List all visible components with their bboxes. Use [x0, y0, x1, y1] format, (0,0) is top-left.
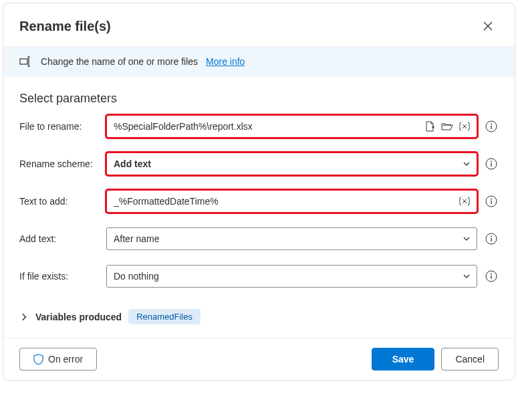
variable-picker-button[interactable] [458, 195, 471, 208]
help-if-file-exists[interactable] [484, 269, 499, 284]
chevron-right-icon [19, 312, 29, 322]
value-add-text: After name [114, 233, 462, 244]
info-text: Change the name of one or more files [41, 56, 198, 67]
input-file-to-rename[interactable]: %SpecialFolderPath%\report.xlsx [106, 115, 477, 138]
shield-icon [33, 354, 43, 365]
info-bar: Change the name of one or more files Mor… [3, 46, 515, 77]
file-add-icon [424, 121, 435, 132]
variable-picker-button[interactable] [458, 120, 471, 133]
info-icon [485, 270, 497, 282]
dialog-footer: On error Save Cancel [3, 338, 515, 380]
row-add-text: Add text: After name [19, 227, 499, 250]
rename-files-dialog: Rename file(s) Change the name of one or… [3, 3, 515, 381]
value-if-file-exists: Do nothing [114, 271, 462, 282]
svg-point-2 [491, 124, 492, 125]
variable-icon [459, 122, 471, 131]
variables-produced-row[interactable]: Variables produced RenamedFiles [3, 309, 515, 338]
cancel-label: Cancel [455, 354, 485, 364]
folder-open-icon [441, 122, 453, 131]
variable-icon [459, 197, 471, 206]
dialog-title: Rename file(s) [19, 19, 111, 34]
more-info-link[interactable]: More info [206, 56, 245, 67]
close-icon [483, 21, 493, 31]
save-button[interactable]: Save [372, 348, 435, 371]
row-file-to-rename: File to rename: %SpecialFolderPath%\repo… [19, 115, 499, 138]
info-icon [485, 233, 497, 245]
label-add-text: Add text: [19, 233, 106, 244]
info-icon [485, 120, 497, 132]
chevron-down-icon [462, 159, 471, 169]
cancel-button[interactable]: Cancel [441, 348, 499, 371]
rename-icon [19, 56, 33, 68]
save-label: Save [392, 354, 414, 364]
svg-rect-0 [20, 59, 27, 64]
info-icon [485, 195, 497, 207]
svg-point-8 [491, 236, 492, 237]
label-rename-scheme: Rename scheme: [19, 159, 106, 169]
row-text-to-add: Text to add: _%FormattedDateTime% [19, 190, 499, 213]
close-button[interactable] [477, 15, 499, 37]
on-error-label: On error [48, 354, 83, 364]
select-file-button[interactable] [423, 120, 436, 133]
value-text-to-add: _%FormattedDateTime% [114, 196, 458, 207]
label-if-file-exists: If file exists: [19, 271, 106, 282]
dialog-header: Rename file(s) [3, 3, 515, 46]
label-text-to-add: Text to add: [19, 196, 106, 207]
svg-point-4 [491, 161, 492, 163]
chevron-down-icon [462, 272, 471, 281]
svg-point-6 [491, 199, 492, 200]
row-rename-scheme: Rename scheme: Add text [19, 152, 499, 175]
chevron-down-icon [462, 234, 471, 243]
select-rename-scheme[interactable]: Add text [106, 152, 477, 175]
browse-folder-button[interactable] [440, 120, 454, 133]
select-add-text[interactable]: After name [106, 227, 477, 250]
help-text-to-add[interactable] [484, 194, 499, 209]
help-add-text[interactable] [484, 231, 499, 246]
help-file-to-rename[interactable] [484, 119, 499, 134]
value-file-to-rename: %SpecialFolderPath%\report.xlsx [114, 121, 423, 132]
variables-produced-label: Variables produced [35, 312, 122, 322]
label-file-to-rename: File to rename: [19, 121, 106, 132]
variable-chip-renamedfiles[interactable]: RenamedFiles [128, 309, 201, 324]
help-rename-scheme[interactable] [484, 156, 499, 171]
on-error-button[interactable]: On error [19, 348, 97, 371]
row-if-file-exists: If file exists: Do nothing [19, 265, 499, 288]
select-if-file-exists[interactable]: Do nothing [106, 265, 477, 288]
input-text-to-add[interactable]: _%FormattedDateTime% [106, 190, 477, 213]
parameters-panel: File to rename: %SpecialFolderPath%\repo… [3, 115, 515, 309]
section-title: Select parameters [3, 77, 515, 115]
info-icon [485, 158, 497, 170]
svg-point-10 [491, 274, 492, 275]
value-rename-scheme: Add text [114, 159, 462, 169]
